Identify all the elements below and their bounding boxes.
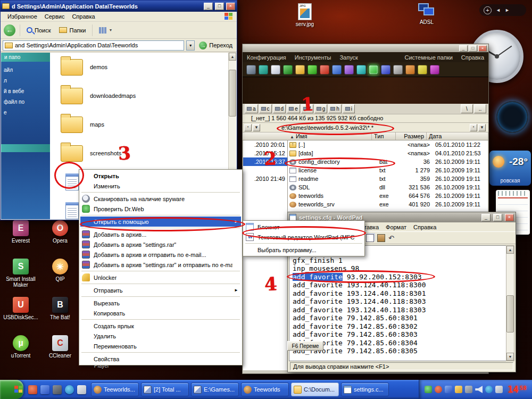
desktop-icon[interactable]: C CCleaner	[40, 333, 80, 371]
scrollbar-thumb[interactable]	[229, 70, 236, 117]
tc-file-row[interactable]: readme txt 359 26.10.2009 19:11	[288, 174, 488, 183]
tc-icon-editor[interactable]	[381, 65, 390, 74]
undo-icon[interactable]: ↶	[388, 234, 394, 242]
submenu-item[interactable]: Текстовый редактор WordPad (MFC) ►	[244, 232, 363, 242]
context-menu-item[interactable]: ►	[81, 319, 240, 320]
file-icon[interactable]	[61, 145, 83, 162]
go-button[interactable]: →Переход	[197, 40, 235, 51]
context-menu-item[interactable]: Добавить в архив "settings.rar" и отправ…	[80, 260, 241, 270]
context-menu-item[interactable]: Копировать ►	[80, 308, 241, 318]
submenu-item[interactable]: ►	[245, 243, 362, 244]
tc-icon-notes[interactable]	[344, 65, 354, 74]
tc-file-row[interactable]: teeworlds exe 664 576 26.10.2009 19:11	[288, 192, 488, 200]
tc-icon-star-green[interactable]	[307, 65, 317, 74]
drive-button[interactable]: d	[273, 104, 286, 113]
tc-titlebar[interactable]: _ □ ×	[243, 44, 488, 52]
drive-button[interactable]: a	[245, 104, 258, 113]
volume-icon[interactable]	[475, 386, 483, 393]
views-button[interactable]: ▼	[97, 26, 114, 35]
file-row[interactable]: maps	[50, 110, 228, 139]
context-menu-item[interactable]: Unlocker ►	[80, 272, 241, 282]
gadget-next-icon[interactable]: ►	[505, 7, 510, 13]
context-menu-item[interactable]: ►	[81, 228, 240, 228]
context-menu-item[interactable]: ►	[81, 284, 240, 284]
taskbar-task[interactable]: E:\Games...	[191, 383, 239, 396]
desktop-icon[interactable]: E Everest	[1, 218, 40, 256]
file-row[interactable]: demos	[50, 53, 228, 81]
quick-launch-icon-4[interactable]	[65, 385, 74, 394]
address-dropdown-button[interactable]: ▼	[186, 40, 195, 51]
tray-icon-torrent[interactable]	[485, 386, 493, 393]
tc-file-row[interactable]: license txt 1 279 26.10.2009 19:11	[288, 166, 488, 174]
context-menu-item[interactable]: Сканировать на наличие spyware ►	[80, 194, 241, 204]
gadget-prev-icon[interactable]: ◄	[496, 7, 501, 13]
desktop-icon[interactable]: O Opera	[40, 218, 80, 256]
column-header-date[interactable]: Дата	[427, 132, 488, 140]
tc-icon-search[interactable]	[332, 65, 342, 74]
menu-item[interactable]: Инструменты	[295, 54, 331, 61]
context-menu-item[interactable]: ►	[81, 271, 240, 271]
drive-button[interactable]: h	[328, 104, 342, 113]
tc-right-history-button[interactable]: *	[470, 124, 477, 131]
tc-f6-move-button[interactable]: F6 Переме	[287, 341, 323, 351]
column-header-name[interactable]: ▲ Имя	[288, 132, 372, 140]
drive-up-button[interactable]: ..	[474, 104, 486, 113]
context-menu-item[interactable]: Создать ярлык ►	[80, 321, 241, 331]
close-button[interactable]: ×	[478, 45, 487, 52]
drive-root-button[interactable]: \	[461, 104, 473, 113]
tasks-pane-header[interactable]	[1, 144, 50, 152]
task-link[interactable]: й в вебе	[4, 86, 47, 97]
context-menu-item[interactable]: Отправить ►	[80, 285, 241, 295]
taskbar-clock[interactable]: 14 58	[508, 385, 527, 394]
context-menu-item[interactable]: Проверить Dr.Web ►	[80, 204, 241, 214]
submenu-item[interactable]: Выбрать программу... ►	[244, 245, 363, 255]
menu-item[interactable]: Запуск	[339, 54, 358, 61]
desktop-icon-serv-jpg[interactable]: JPG serv.jpg	[289, 3, 321, 27]
tc-icon-users[interactable]	[369, 65, 378, 74]
maximize-button[interactable]: □	[215, 3, 224, 10]
gauge-gadget[interactable]	[496, 101, 528, 133]
task-link[interactable]: е	[4, 107, 47, 118]
menu-item[interactable]: Системные папки	[405, 54, 453, 61]
scroll-up-icon[interactable]: ▲	[229, 53, 236, 61]
file-icon[interactable]	[65, 202, 79, 219]
drive-button[interactable]: i	[343, 104, 355, 113]
task-link[interactable]: файл по	[4, 97, 47, 107]
quick-launch-icon-3[interactable]	[53, 385, 62, 394]
maximize-button[interactable]: □	[493, 214, 502, 221]
task-link[interactable]: айл	[4, 65, 47, 76]
file-label[interactable]: screenshots	[88, 149, 123, 157]
tc-left-row[interactable]: .2010 21:49	[243, 174, 287, 183]
context-menu-item[interactable]: Вырезать ►	[80, 298, 241, 308]
close-button[interactable]: ×	[226, 3, 235, 10]
task-link[interactable]: л	[4, 76, 47, 86]
tc-icon-star-red[interactable]	[320, 65, 329, 74]
file-label[interactable]: downloadedmaps	[88, 92, 137, 99]
tray-icon-network[interactable]	[445, 386, 452, 393]
drive-button[interactable]: f	[301, 104, 313, 113]
tc-icon-disc[interactable]	[356, 65, 366, 74]
tc-icon-refresh[interactable]	[246, 65, 256, 74]
tc-current-path[interactable]: e:\Games\teeworlds-0.5.2-win32\*.*	[279, 124, 470, 131]
tray-icon-misc[interactable]	[495, 386, 503, 393]
tc-icon-pack[interactable]	[405, 65, 415, 74]
scroll-down-icon[interactable]: ▼	[506, 353, 514, 361]
tc-icon-info[interactable]	[271, 65, 280, 74]
drive-button[interactable]: c	[259, 104, 272, 113]
paste-icon[interactable]	[377, 234, 385, 242]
desktop-icon-adsl[interactable]: ADSL	[411, 2, 443, 25]
desktop-icon[interactable]: S Smart Install Maker	[1, 256, 40, 295]
column-header-size[interactable]: Размер	[396, 132, 427, 140]
context-menu-item[interactable]: Переименовать ►	[80, 341, 241, 351]
file-label[interactable]: maps	[88, 121, 106, 128]
file-icon[interactable]	[65, 173, 79, 190]
desktop-icon[interactable]: ☀ QIP	[40, 256, 80, 295]
menu-item[interactable]: Справка	[413, 224, 436, 230]
drive-button[interactable]: g	[314, 104, 328, 113]
minimize-button[interactable]: _	[459, 45, 468, 52]
context-menu-item[interactable]: ►	[81, 192, 240, 193]
folders-button[interactable]: Папки	[57, 26, 88, 35]
wordpad-scrollbar[interactable]: ▲ ▼	[506, 245, 514, 361]
scrollbar-thumb[interactable]	[506, 295, 514, 332]
tc-icon-grid[interactable]	[393, 65, 403, 74]
